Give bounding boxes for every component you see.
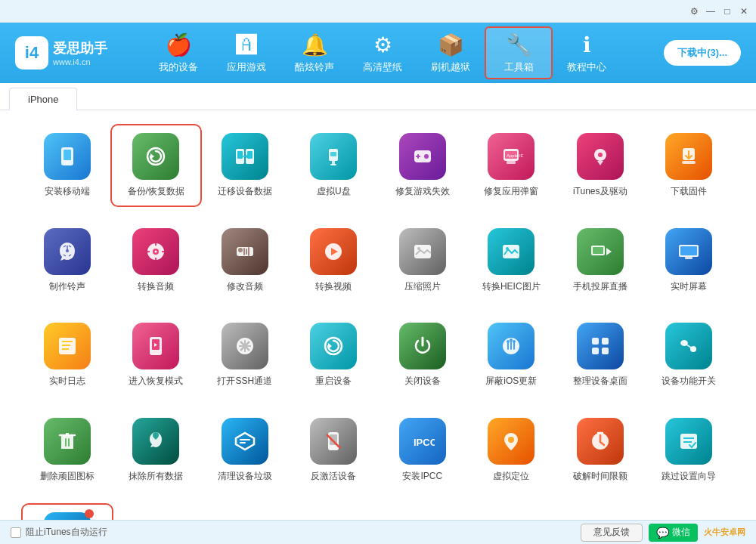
settings-icon[interactable]: ⚙ [688,5,700,17]
tool-item-deactivate[interactable]: 反激活设备 [290,410,379,490]
tool-item-download-firmware[interactable]: 下载固件 [645,125,734,206]
erase-all-label: 抹除所有数据 [129,471,183,483]
svg-text:IPCC: IPCC [414,437,435,448]
tool-item-fix-game[interactable]: 修复游戏失效 [378,125,467,206]
itunes-checkbox[interactable] [11,527,21,538]
reboot-device-label: 重启设备 [315,376,352,388]
edit-audio-label: 修改音频 [227,281,263,293]
compress-photo-label: 压缩照片 [404,281,441,293]
block-ios-update-label: 屏蔽iOS更新 [485,376,537,388]
tool-item-backup-restore[interactable]: 备份/恢复数据 [112,125,201,206]
svg-rect-1 [64,150,71,160]
nav-item-wallpaper[interactable]: ⚙ 高清壁纸 [349,26,417,79]
install-mobile-icon [44,133,91,180]
block-ios-update-icon [488,323,534,369]
realtime-screen-label: 实时屏幕 [671,281,707,293]
svg-rect-11 [330,164,336,165]
weixin-button[interactable]: 💬 微信 [649,524,698,542]
tool-item-convert-video[interactable]: 转换视频 [290,221,379,301]
tool-item-realtime-screen[interactable]: 实时屏幕 [645,221,734,301]
nav-item-ringtone[interactable]: 🔔 酷炫铃声 [280,26,349,79]
svg-point-14 [424,154,429,159]
toolbox-icon: 🔧 [506,32,532,57]
tool-item-organize-desktop[interactable]: 整理设备桌面 [556,315,645,395]
realtime-log-icon [44,323,91,369]
screen-mirror-label: 手机投屏直播 [573,281,627,293]
tool-item-itunes-driver[interactable]: iTunes及驱动 [556,125,645,206]
status-right: 意见反馈 💬 微信 火牛安卓网 [581,524,745,542]
wallpaper-label: 高清壁纸 [363,60,402,74]
svg-marker-39 [606,248,612,255]
tool-grid: 安装移动端备份/恢复数据迁移设备数据虚拟U盘修复游戏失效Apple ID修复应用… [23,125,733,520]
svg-point-22 [598,153,603,157]
app-url: www.i4.cn [53,57,107,66]
recovery-mode-icon [132,323,179,369]
nav-item-tutorial[interactable]: ℹ 教程中心 [553,26,621,79]
tool-item-virtual-udisk[interactable]: 虚拟U盘 [290,125,379,206]
break-time-limit-label: 破解时间限额 [573,471,627,483]
fix-popup-label: 修复应用弹窗 [484,186,538,198]
svg-rect-6 [237,151,243,159]
organize-desktop-icon [577,323,624,369]
feedback-button[interactable]: 意见反馈 [581,524,643,542]
tool-item-clean-junk[interactable]: 清理设备垃圾 [200,410,290,490]
header: i4 爱思助手 www.i4.cn 🍎 我的设备 🅰 应用游戏 🔔 酷炫铃声 ⚙… [0,23,756,83]
titlebar-icons: ⚙ — □ ✕ [688,5,750,17]
download-button[interactable]: 下载中(3)... [664,40,741,66]
tool-item-make-ringtone[interactable]: 制作铃声 [23,221,112,301]
tool-item-realtime-log[interactable]: 实时日志 [23,315,112,395]
convert-heic-label: 转换HEIC图片 [482,281,541,293]
tool-item-skip-setup[interactable]: 跳过设置向导 [645,410,734,490]
tool-item-reboot-device[interactable]: 重启设备 [290,315,379,395]
compress-photo-icon [399,228,446,275]
virtual-udisk-label: 虚拟U盘 [317,186,351,198]
maximize-icon[interactable]: □ [721,5,733,17]
app-game-label: 应用游戏 [227,60,266,74]
shutdown-device-icon [399,323,446,369]
tool-item-backup-partition[interactable]: 备份引导区数据 [23,505,112,520]
convert-audio-icon [132,228,179,275]
skip-setup-label: 跳过设置向导 [662,471,716,483]
tool-item-edit-audio[interactable]: 修改音频 [200,221,290,301]
tool-item-erase-all[interactable]: 抹除所有数据 [112,410,201,490]
deactivate-icon [310,418,357,465]
svg-rect-63 [602,348,609,354]
logo-area: i4 爱思助手 www.i4.cn [8,36,115,70]
close-icon[interactable]: ✕ [738,5,750,17]
tool-item-convert-audio[interactable]: 转换音频 [112,221,201,301]
tool-item-fix-popup[interactable]: Apple ID修复应用弹窗 [467,125,556,206]
svg-point-36 [506,247,509,250]
minimize-icon[interactable]: — [705,5,717,17]
tool-item-screen-mirror[interactable]: 手机投屏直播 [556,221,645,301]
nav-item-app-game[interactable]: 🅰 应用游戏 [212,26,280,79]
nav-item-my-device[interactable]: 🍎 我的设备 [144,26,212,79]
svg-point-57 [507,340,510,343]
tool-item-device-toggle[interactable]: 设备功能开关 [645,315,734,395]
tool-item-open-ssh[interactable]: 打开SSH通道 [200,315,290,395]
tool-item-compress-photo[interactable]: 压缩照片 [378,221,467,301]
svg-rect-60 [592,338,599,345]
tool-item-migrate-data[interactable]: 迁移设备数据 [200,125,290,206]
tab-iphone[interactable]: iPhone [9,88,77,110]
break-time-limit-icon [577,418,624,465]
backup-partition-icon [44,512,91,520]
fake-location-icon [488,418,534,465]
device-toggle-icon [665,323,712,369]
tool-item-shutdown-device[interactable]: 关闭设备 [378,315,467,395]
svg-rect-20 [507,161,516,164]
svg-rect-42 [685,257,692,259]
tool-item-convert-heic[interactable]: 转换HEIC图片 [467,221,556,301]
watermark: 火牛安卓网 [704,527,745,538]
tool-item-fake-location[interactable]: 虚拟定位 [467,410,556,490]
tool-item-block-ios-update[interactable]: 屏蔽iOS更新 [467,315,556,395]
tool-item-recovery-mode[interactable]: 进入恢复模式 [112,315,201,395]
tool-item-break-time-limit[interactable]: 破解时间限额 [556,410,645,490]
tool-item-install-mobile[interactable]: 安装移动端 [23,125,112,206]
make-ringtone-icon [44,228,91,275]
tool-item-delete-stubborn[interactable]: 删除顽固图标 [23,410,112,490]
tool-item-install-ipcc[interactable]: IPCC安装IPCC [378,410,467,490]
nav-item-toolbox[interactable]: 🔧 工具箱 [485,26,553,79]
edit-audio-icon [222,228,268,275]
svg-rect-41 [680,246,697,255]
nav-item-jailbreak[interactable]: 📦 刷机越狱 [417,26,485,79]
